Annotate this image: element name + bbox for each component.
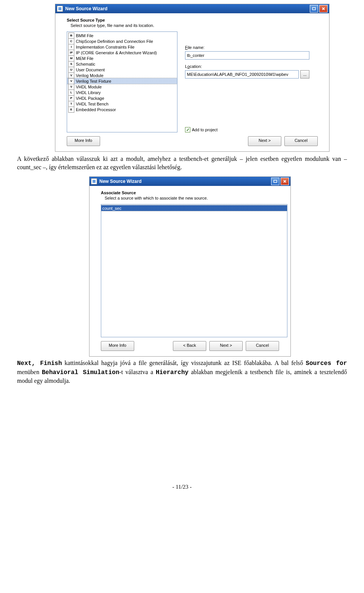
filename-input[interactable] (185, 51, 309, 60)
wizard-screenshot-2: New Source Wizard Associate Source Selec… (89, 176, 347, 357)
list-item-label: Verilog Test Fixture (76, 79, 111, 83)
window-title: New Source Wizard (99, 179, 270, 184)
list-item[interactable]: IImplementation Constraints File (67, 44, 177, 50)
list-item-label: count_sec (102, 206, 121, 211)
file-type-icon: T (68, 101, 74, 107)
list-item-label: MEM File (76, 56, 93, 61)
list-item[interactable]: LVHDL Library (67, 90, 177, 95)
file-type-icon: E (68, 107, 74, 113)
list-item-label: VHDL Package (76, 96, 104, 101)
inline-code: Hierarchy (156, 369, 188, 376)
list-item-label: Implementation Constraints File (76, 45, 135, 49)
app-icon (91, 178, 97, 184)
svg-rect-1 (312, 8, 315, 10)
titlebar: New Source Wizard (55, 4, 329, 13)
inline-code: Next, Finish (17, 360, 62, 367)
list-item[interactable]: CChipScope Definition and Connection Fil… (67, 38, 177, 44)
file-type-icon: C (68, 38, 74, 44)
file-type-icon: V (68, 84, 74, 90)
file-type-icon: V (68, 72, 74, 79)
ellipsis-icon: ... (303, 72, 306, 77)
maximize-button[interactable] (310, 5, 318, 13)
cancel-button[interactable]: Cancel (284, 136, 318, 146)
cancel-button[interactable]: Cancel (246, 341, 279, 351)
list-item[interactable]: VVerilog Test Fixture (67, 78, 177, 84)
list-item-label: User Document (76, 68, 105, 72)
associate-source-dialog: New Source Wizard Associate Source Selec… (89, 176, 291, 357)
wizard-screenshot-1: New Source Wizard Select Source Type Sel… (55, 4, 347, 152)
more-info-button[interactable]: More Info (67, 136, 100, 146)
titlebar: New Source Wizard (89, 177, 290, 186)
more-info-button[interactable]: More Info (101, 341, 134, 351)
list-item[interactable]: SSchematic (67, 61, 177, 67)
list-item-label: IP (CORE Generator & Architecture Wizard… (76, 50, 157, 55)
inline-code: Behavioral Simulation (42, 369, 119, 376)
section-subtitle: Select source type, file name and its lo… (71, 23, 318, 28)
maximize-icon (273, 180, 277, 183)
file-type-icon: I (68, 44, 74, 50)
list-item[interactable]: BBMM File (67, 33, 177, 38)
list-item[interactable]: VVerilog Module (67, 72, 177, 78)
window-title: New Source Wizard (65, 6, 309, 11)
section-title: Select Source Type (67, 18, 318, 22)
associate-source-list[interactable]: count_sec (101, 204, 287, 337)
app-icon (57, 6, 63, 12)
file-type-icon: S (68, 61, 74, 67)
svg-rect-4 (93, 180, 96, 183)
list-item-label: VHDL Test Bench (76, 102, 108, 106)
back-button[interactable]: < Back (173, 341, 206, 351)
list-item-label: ChipScope Definition and Connection File (76, 39, 153, 44)
section-title: Associate Source (101, 190, 279, 195)
file-type-icon: M (68, 55, 74, 61)
list-item-label: BMM File (76, 33, 93, 38)
file-type-icon: V (68, 78, 74, 84)
paragraph-1: A következő ablakban válasszuk ki azt a … (17, 155, 347, 171)
list-item[interactable]: TVHDL Test Bench (67, 101, 177, 107)
file-type-icon: B (68, 33, 74, 39)
close-icon (283, 179, 287, 183)
list-item-label: Schematic (76, 62, 95, 66)
list-item[interactable]: count_sec (101, 205, 287, 211)
file-type-icon: P (68, 95, 74, 101)
page-number: - 11/23 - (17, 484, 347, 490)
section-subtitle: Select a source with which to associate … (105, 196, 279, 200)
list-item-label: VHDL Module (76, 85, 102, 89)
maximize-button[interactable] (271, 178, 279, 185)
add-to-project-label: Add to project (192, 127, 218, 132)
next-button[interactable]: Next > (248, 136, 281, 146)
list-item-label: Verilog Module (76, 73, 104, 78)
source-type-list[interactable]: BBMM FileCChipScope Definition and Conne… (67, 31, 177, 132)
location-input[interactable] (185, 70, 299, 79)
list-item[interactable]: IPIP (CORE Generator & Architecture Wiza… (67, 50, 177, 55)
filename-label: File name: (185, 45, 318, 50)
list-item-label: VHDL Library (76, 90, 101, 95)
list-item[interactable]: MMEM File (67, 55, 177, 61)
list-item[interactable]: UUser Document (67, 67, 177, 72)
paragraph-2: Next, Finish kattintásokkal hagyja jóvá … (17, 359, 347, 385)
list-item[interactable]: VVHDL Module (67, 84, 177, 90)
list-item[interactable]: EEmbedded Processor (67, 107, 177, 112)
add-to-project-checkbox[interactable]: ✓ (185, 127, 190, 132)
close-button[interactable] (281, 178, 289, 185)
list-item[interactable]: PVHDL Package (67, 95, 177, 101)
new-source-wizard-dialog: New Source Wizard Select Source Type Sel… (55, 4, 329, 152)
close-icon (322, 7, 325, 11)
list-item-label: Embedded Processor (76, 107, 116, 112)
location-label: Location: (185, 64, 318, 69)
maximize-icon (312, 7, 316, 10)
inline-code: Sources for (306, 360, 347, 367)
file-type-icon: L (68, 90, 74, 96)
file-type-icon: IP (68, 50, 74, 56)
svg-rect-5 (274, 180, 277, 182)
file-type-icon: U (68, 67, 74, 73)
checkmark-icon: ✓ (186, 127, 190, 132)
svg-rect-0 (58, 7, 61, 10)
browse-button[interactable]: ... (300, 70, 309, 79)
next-button[interactable]: Next > (209, 341, 243, 351)
close-button[interactable] (319, 5, 328, 13)
